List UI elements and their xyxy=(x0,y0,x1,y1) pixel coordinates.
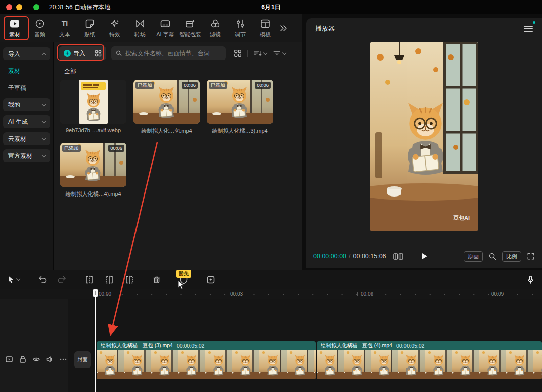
media-thumbnail[interactable]: 已添加 00:06 xyxy=(207,80,273,124)
track-lock-toggle[interactable] xyxy=(19,355,27,363)
sidebar-section-cloud-material[interactable]: 云素材 xyxy=(3,132,50,145)
delete-right-button[interactable] xyxy=(125,275,134,284)
fullscreen-button[interactable] xyxy=(527,252,535,260)
record-voice-button[interactable] xyxy=(526,275,535,284)
cursor-tool-icon xyxy=(7,275,15,284)
clip-header: 绘制拟人化橘猫 - 豆包 (4).mp4 00:00:05:02 xyxy=(317,341,542,350)
search-input[interactable] xyxy=(125,50,221,57)
exempt-feature-button[interactable] xyxy=(206,275,215,284)
ruler-mark: 00:03 xyxy=(230,291,243,297)
tab-label: 调节 xyxy=(235,31,246,38)
sidebar-section-mine[interactable]: 我的 xyxy=(3,98,50,111)
tab-media[interactable]: 素材 xyxy=(2,15,27,41)
mic-icon xyxy=(526,275,535,284)
cover-button[interactable]: 封面 xyxy=(74,351,91,368)
transition-icon xyxy=(134,18,146,29)
sidebar-section-ai-generate[interactable]: AI 生成 xyxy=(3,115,50,128)
sort-button[interactable] xyxy=(253,49,267,57)
trim-right-icon xyxy=(125,275,134,284)
delete-button[interactable] xyxy=(152,275,161,284)
window-zoom-button[interactable] xyxy=(33,4,39,10)
timeline-ruler[interactable]: 00:00 00:03 00:06 00:09 xyxy=(0,289,542,299)
import-button[interactable]: + 导入 xyxy=(59,46,106,60)
menubar: 20:31:56 自动保存本地 6月1日 xyxy=(0,0,542,14)
zoom-fit-button[interactable] xyxy=(488,252,497,261)
original-quality-button[interactable]: 原画 xyxy=(464,251,483,262)
undo-button[interactable] xyxy=(38,275,47,284)
track-header-column xyxy=(0,299,68,392)
sidebar-section-import[interactable]: 导入 xyxy=(3,47,50,60)
sidebar-section-official-material[interactable]: 官方素材 xyxy=(3,149,50,162)
timeline-tracks: 封面 绘制拟人化橘猫 - 豆包 (3).mp4 00:00:05:02 xyxy=(0,299,542,392)
video-editor-app: 20:31:56 自动保存本地 6月1日 素材 音频 TI 文本 贴纸 xyxy=(0,0,542,392)
player-title: 播放器 xyxy=(315,24,335,33)
player-menu-icon[interactable] xyxy=(524,24,533,33)
media-item[interactable]: 已添加 00:06 绘制拟人化…包.mp4 xyxy=(133,80,200,135)
divider xyxy=(247,50,248,57)
tab-label: 智能包装 xyxy=(179,31,201,38)
timeline: 00:00 00:03 00:06 00:09 xyxy=(0,270,542,392)
tab-adjust[interactable]: 调节 xyxy=(228,15,253,41)
tab-transitions[interactable]: 转场 xyxy=(127,15,153,41)
split-button[interactable] xyxy=(85,275,94,284)
svg-text:TI: TI xyxy=(62,20,68,28)
media-item-name: 绘制拟人化…包.mp4 xyxy=(133,127,200,135)
grid-view-button[interactable] xyxy=(234,49,242,57)
text-icon: TI xyxy=(59,18,70,29)
exempt-feature-icon xyxy=(206,275,215,284)
media-thumbnail[interactable]: 已添加 00:06 xyxy=(60,143,126,187)
sidebar-item-subdraft[interactable]: 子草稿 xyxy=(3,81,50,94)
track-more-button[interactable] xyxy=(59,355,67,363)
tab-templates[interactable]: 模板 xyxy=(253,15,278,41)
ruler-ticks xyxy=(100,293,542,295)
redo-button[interactable] xyxy=(58,275,67,284)
aspect-ratio-button[interactable]: 比例 xyxy=(502,251,521,262)
media-item[interactable]: 已添加 00:06 绘制拟人化橘…4).mp4 xyxy=(60,143,126,198)
clip-duration: 00:00:05:02 xyxy=(177,343,204,349)
media-thumbnail[interactable]: 已添加 00:06 xyxy=(133,80,200,124)
chevron-down-icon xyxy=(42,153,46,157)
sort-icon xyxy=(253,49,262,57)
clip-duration: 00:00:05:02 xyxy=(396,343,424,349)
section-label: 官方素材 xyxy=(8,152,32,160)
tab-smart-package[interactable]: 智能包装 xyxy=(178,15,203,41)
track-preview-toggle[interactable] xyxy=(5,355,13,363)
media-thumbnail[interactable] xyxy=(60,80,126,124)
library-sidebar: 导入 素材 子草稿 我的 AI 生成 云素材 官方素材 xyxy=(0,42,54,270)
window-minimize-button[interactable] xyxy=(16,4,22,10)
tab-sticker[interactable]: 贴纸 xyxy=(77,15,102,41)
media-item[interactable]: 已添加 00:06 绘制拟人化橘…3).mp4 xyxy=(207,80,273,135)
tab-filters[interactable]: 滤镜 xyxy=(203,15,228,41)
clip-name: 绘制拟人化橘猫 - 豆包 (3).mp4 xyxy=(101,342,173,349)
media-item[interactable]: 9eb73d7b-…avif.webp xyxy=(60,80,126,135)
import-folder-button[interactable] xyxy=(90,46,106,60)
frame-preview-toggle[interactable] xyxy=(393,253,403,260)
search-box[interactable] xyxy=(111,46,226,60)
tab-ai-captions[interactable]: AI 字幕 xyxy=(153,15,178,41)
filter-button[interactable] xyxy=(273,49,286,57)
media-grid: 9eb73d7b-…avif.webp 已添加 00:06 绘制拟人化…包.mp… xyxy=(54,80,302,198)
play-button[interactable] xyxy=(420,252,428,260)
watermark: 豆包AI xyxy=(453,215,470,221)
window-close-button[interactable] xyxy=(6,4,12,10)
import-grid-icon xyxy=(95,50,102,57)
timeline-clip[interactable]: 绘制拟人化橘猫 - 豆包 (3).mp4 00:00:05:02 xyxy=(97,341,316,379)
tab-audio[interactable]: 音频 xyxy=(27,15,52,41)
view-controls xyxy=(234,49,286,57)
media-item-name: 绘制拟人化橘…4).mp4 xyxy=(60,190,126,198)
sidebar-item-material[interactable]: 素材 xyxy=(3,64,50,77)
tab-text[interactable]: TI 文本 xyxy=(52,15,77,41)
video-preview-area[interactable]: 豆包AI xyxy=(306,39,542,236)
speaker-icon xyxy=(46,355,54,363)
timeline-clip[interactable]: 绘制拟人化橘猫 - 豆包 (4).mp4 00:00:05:02 xyxy=(317,341,542,379)
select-tool-button[interactable] xyxy=(7,275,20,284)
media-item-name: 绘制拟人化橘…3).mp4 xyxy=(207,127,273,135)
track-visibility-toggle[interactable] xyxy=(32,355,40,363)
more-tabs-button[interactable] xyxy=(279,15,288,41)
delete-left-button[interactable] xyxy=(105,275,114,284)
notification-dot xyxy=(533,21,535,24)
playhead-handle[interactable] xyxy=(93,289,98,297)
tab-label: 素材 xyxy=(9,31,20,38)
track-mute-toggle[interactable] xyxy=(46,355,54,363)
tab-effects[interactable]: 特效 xyxy=(102,15,127,41)
